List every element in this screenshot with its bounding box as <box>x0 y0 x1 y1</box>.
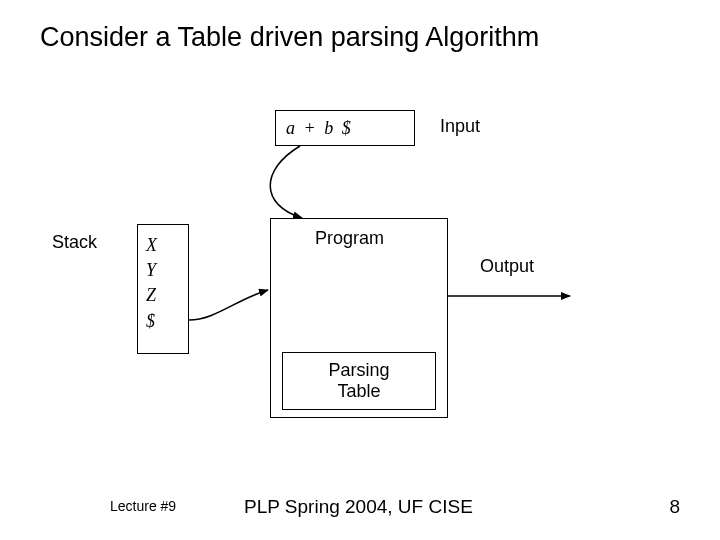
program-label: Program <box>315 228 384 249</box>
input-tape-text: a + b $ <box>286 118 353 139</box>
parsing-table-box: Parsing Table <box>282 352 436 410</box>
parsing-table-line2: Table <box>337 381 380 402</box>
footer-page-number: 8 <box>669 496 680 518</box>
slide: Consider a Table driven parsing Algorith… <box>0 0 720 540</box>
stack-item: Z <box>146 283 156 308</box>
parsing-table-line1: Parsing <box>328 360 389 381</box>
stack-item: X <box>146 233 157 258</box>
input-tape-box: a + b $ <box>275 110 415 146</box>
stack-item: Y <box>146 258 156 283</box>
stack-box: X Y Z $ <box>137 224 189 354</box>
input-label: Input <box>440 116 480 137</box>
slide-title: Consider a Table driven parsing Algorith… <box>40 22 539 53</box>
output-label: Output <box>480 256 534 277</box>
stack-item: $ <box>146 309 155 334</box>
footer-course: PLP Spring 2004, UF CISE <box>244 496 473 518</box>
footer-lecture: Lecture #9 <box>110 498 176 514</box>
stack-label: Stack <box>52 232 97 253</box>
